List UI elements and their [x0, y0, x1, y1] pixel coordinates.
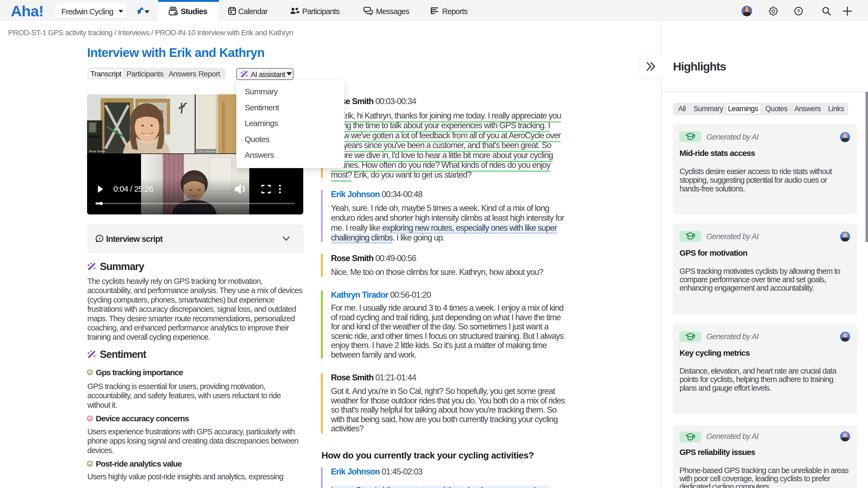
svg-text:?: ?: [98, 237, 101, 241]
svg-text:Erik Johnson: Erik Johnson: [197, 150, 215, 153]
svg-text:2024-03-14 09:12:45: 2024-03-14 09:12:45: [193, 207, 236, 211]
svg-text:?: ?: [797, 8, 800, 14]
svg-text:0:04 / 25:26: 0:04 / 25:26: [113, 184, 153, 193]
svg-text:Rose Smith: Rose Smith: [89, 150, 105, 153]
